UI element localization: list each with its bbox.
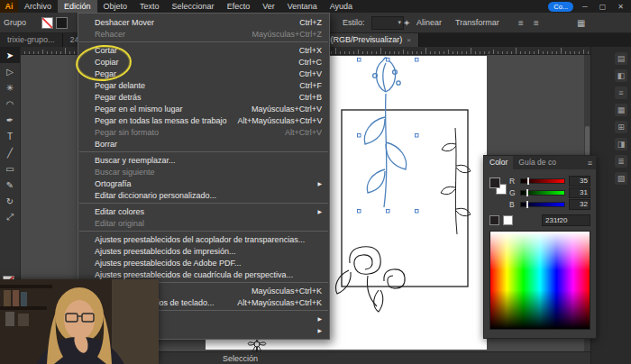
- close-tab-icon[interactable]: ×: [407, 36, 411, 44]
- menu-objeto[interactable]: Objeto: [97, 0, 134, 13]
- rotate-tool[interactable]: ↻: [0, 193, 20, 209]
- black-swatch[interactable]: [489, 215, 499, 225]
- panel-dock-icon-8[interactable]: ▧: [615, 172, 627, 185]
- slider-label-b: B: [509, 200, 517, 209]
- edit-menu-item-pegar-detr-s[interactable]: Pegar detrásCtrl+B: [78, 91, 329, 103]
- slider-value-r[interactable]: 35: [569, 176, 590, 187]
- workspace-switcher-icon[interactable]: ▦: [577, 13, 585, 32]
- menu-item-shortcut: Ctrl+F: [299, 81, 322, 90]
- slider-thumb-g[interactable]: [526, 189, 528, 196]
- white-swatch[interactable]: [503, 215, 513, 225]
- menu-archivo[interactable]: Archivo: [18, 0, 58, 13]
- panel-dock: ▤◧≡▦⊞◨≣▧: [613, 52, 629, 185]
- type-tool[interactable]: T: [0, 128, 20, 144]
- edit-menu-item-ajustes-preestablecidos-del-acoplador-de-transparencias[interactable]: Ajustes preestablecidos del acoplador de…: [78, 233, 329, 245]
- menu-item-label: Editar colores: [95, 207, 144, 216]
- rectangle-tool[interactable]: ▭: [0, 160, 20, 177]
- webcam-video: [0, 279, 159, 364]
- style-dropdown[interactable]: ▾: [371, 13, 404, 32]
- align-label[interactable]: Alinear: [416, 13, 442, 32]
- selection-tool[interactable]: ➤: [0, 47, 20, 63]
- document-tab-1[interactable]: trixie-grupo...: [0, 32, 63, 47]
- menu-item-label: Pegar en todas las mesas de trabajo: [95, 116, 227, 125]
- rgb-sliders: R35G31B32: [509, 175, 590, 210]
- slider-track-b[interactable]: [520, 202, 565, 207]
- menu-separator: [79, 231, 328, 232]
- brush-options-icon[interactable]: ✦: [403, 13, 410, 32]
- line-segment-tool[interactable]: ╱: [0, 144, 20, 160]
- menu-ver[interactable]: Ver: [256, 0, 281, 13]
- menu-seleccionar[interactable]: Seleccionar: [166, 0, 221, 13]
- panel-dock-icon-7[interactable]: ≣: [615, 155, 627, 168]
- menu-edicin[interactable]: Edición: [58, 0, 97, 13]
- edit-menu-item-ajustes-preestablecidos-de-adobe-pdf[interactable]: Ajustes preestablecidos de Adobe PDF...: [78, 257, 329, 268]
- menu-item-label: Pegar sin formato: [95, 128, 159, 137]
- fill-stroke-controls[interactable]: [41, 13, 68, 32]
- slider-track-r[interactable]: [520, 178, 565, 184]
- magic-wand-tool[interactable]: ✳: [0, 79, 20, 96]
- panel-dock-icon-1[interactable]: ▤: [615, 52, 627, 65]
- edit-menu-item-borrar[interactable]: Borrar: [78, 138, 329, 150]
- edit-menu-item-pegar-en-el-mismo-lugar[interactable]: Pegar en el mismo lugarMayúsculas+Ctrl+V: [78, 103, 329, 114]
- slider-thumb-r[interactable]: [527, 177, 529, 185]
- edit-menu-item-pegar-delante[interactable]: Pegar delanteCtrl+F: [78, 79, 329, 91]
- panel-fill-stroke-indicator[interactable]: [489, 177, 506, 194]
- edit-menu-item-ortograf-a[interactable]: Ortografía▶: [78, 177, 329, 189]
- edit-menu-item-buscar-y-reemplazar[interactable]: Buscar y reemplazar...: [78, 154, 329, 166]
- edit-menu-item-pegar-sin-formato: Pegar sin formatoAlt+Ctrl+V: [78, 126, 329, 138]
- paintbrush-tool[interactable]: ✎: [0, 177, 20, 193]
- menu-ventana[interactable]: Ventana: [281, 0, 324, 13]
- menu-item-label: Deshacer Mover: [95, 18, 154, 27]
- scale-tool[interactable]: ⤢: [0, 209, 20, 225]
- menu-separator: [79, 41, 328, 42]
- fill-none-swatch[interactable]: [41, 17, 53, 29]
- lasso-tool[interactable]: ◠: [0, 96, 20, 112]
- minimize-button[interactable]: ─: [580, 3, 590, 11]
- menu-item-label: Buscar siguiente: [95, 168, 155, 177]
- menu-item-shortcut: Alt+Mayúsculas+Ctrl+V: [238, 116, 323, 125]
- edit-menu-item-pegar-en-todas-las-mesas-de-trabajo[interactable]: Pegar en todas las mesas de trabajoAlt+M…: [78, 114, 329, 126]
- slider-value-g[interactable]: 31: [569, 187, 590, 198]
- color-spectrum[interactable]: [489, 231, 590, 330]
- slider-thumb-b[interactable]: [526, 201, 528, 208]
- creative-cloud-account-badge[interactable]: Co...: [548, 2, 573, 12]
- slider-row-b: B32: [509, 198, 590, 210]
- menu-ayuda[interactable]: Ayuda: [324, 0, 359, 13]
- menu-texto[interactable]: Texto: [133, 0, 166, 13]
- options-menu-icon[interactable]: ≡: [518, 13, 524, 32]
- hex-value-field[interactable]: 231f20: [542, 214, 590, 226]
- panel-dock-icon-2[interactable]: ◧: [615, 69, 627, 82]
- edit-menu-item-editar-original: Editar original: [78, 217, 329, 229]
- menu-item-label: Editar diccionario personalizado...: [95, 191, 216, 200]
- edit-menu-item-editar-colores[interactable]: Editar colores▶: [78, 205, 329, 217]
- menu-item-shortcut: Alt+Mayúsculas+Ctrl+K: [237, 298, 322, 307]
- maximize-button[interactable]: ▢: [597, 3, 609, 11]
- edit-menu-item-ajustes-preestablecidos-de-impresi-n[interactable]: Ajustes preestablecidos de impresión...: [78, 245, 329, 257]
- panel-dock-icon-5[interactable]: ⊞: [615, 121, 627, 133]
- close-button[interactable]: ✕: [615, 3, 626, 11]
- stroke-swatch[interactable]: [56, 17, 68, 29]
- menu-item-shortcut: Ctrl+C: [298, 58, 322, 67]
- submenu-arrow-icon: ▶: [317, 327, 322, 333]
- menu-item-label: Buscar y reemplazar...: [95, 156, 176, 165]
- menu-item-shortcut: Mayúsculas+Ctrl+K: [251, 287, 322, 296]
- panel-dock-icon-4[interactable]: ▦: [615, 104, 627, 116]
- options-menu-icon-2[interactable]: ≡: [534, 13, 539, 32]
- menu-item-shortcut: Alt+Ctrl+V: [285, 128, 322, 137]
- panel-dock-icon-3[interactable]: ≡: [615, 86, 627, 99]
- edit-menu-item-editar-diccionario-personalizado[interactable]: Editar diccionario personalizado...: [78, 189, 329, 201]
- color-panel-tab-color[interactable]: Color: [484, 156, 513, 169]
- pen-tool[interactable]: ✒: [0, 112, 20, 128]
- slider-row-g: G31: [509, 187, 590, 198]
- menu-item-shortcut: Ctrl+B: [299, 93, 322, 102]
- chevron-down-icon[interactable]: ▾: [371, 16, 404, 30]
- menu-efecto[interactable]: Efecto: [221, 0, 257, 13]
- color-panel-tab-guadeco[interactable]: Guía de co: [513, 156, 562, 169]
- panel-dock-icon-6[interactable]: ◨: [615, 138, 627, 150]
- transform-label[interactable]: Transformar: [455, 13, 499, 32]
- slider-value-b[interactable]: 32: [569, 199, 590, 210]
- direct-selection-tool[interactable]: ▷: [0, 63, 20, 79]
- panel-menu-icon[interactable]: ≡: [588, 159, 596, 168]
- edit-menu-item-deshacer-mover[interactable]: Deshacer MoverCtrl+Z: [78, 16, 329, 28]
- slider-track-g[interactable]: [520, 190, 565, 196]
